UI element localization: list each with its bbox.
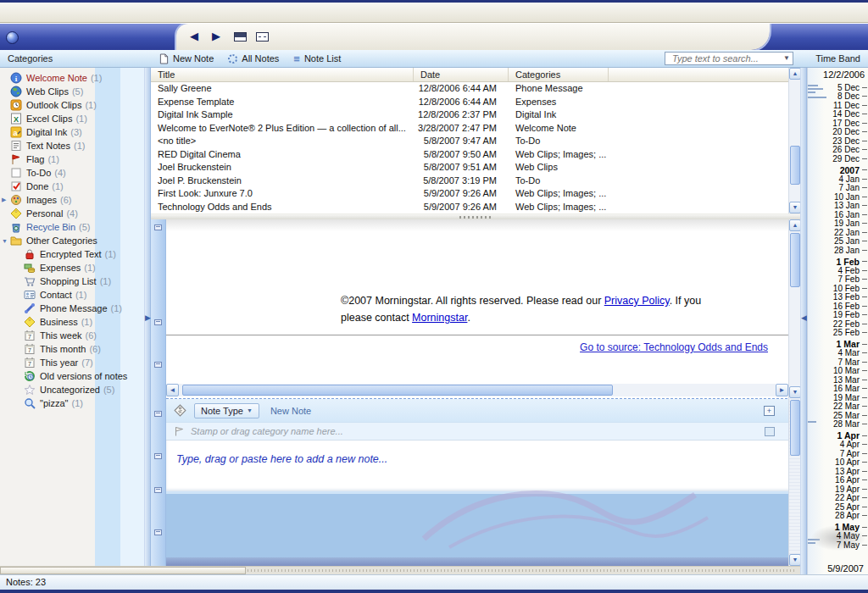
expander-icon[interactable]: ▶ xyxy=(2,197,10,203)
time-band-tick[interactable]: 28 Mar xyxy=(808,420,868,430)
time-band-tick[interactable]: 13 Apr xyxy=(808,467,868,476)
menu-item[interactable] xyxy=(80,9,98,16)
morningstar-link[interactable]: Morningstar xyxy=(412,312,467,324)
table-row[interactable]: Sally Greene 12/8/2006 6:44 AM Phone Mes… xyxy=(151,82,788,96)
note-boundary-icon[interactable] xyxy=(154,487,162,493)
sidebar-item-this-week[interactable]: This week (6) xyxy=(0,329,144,342)
sidebar-item-to-do[interactable]: To-Do (4) xyxy=(0,166,144,180)
time-band-tick[interactable]: 17 Dec xyxy=(808,119,868,128)
time-band-tick[interactable]: 4 Feb xyxy=(808,266,868,275)
column-header-title[interactable]: Title xyxy=(151,68,414,81)
table-row[interactable]: Technology Odds and Ends 5/9/2007 9:26 A… xyxy=(151,201,788,214)
time-band-tick[interactable]: 13 Feb xyxy=(808,293,868,302)
time-band-tick[interactable]: 14 Dec xyxy=(808,110,868,119)
time-band-tick[interactable]: 13 Mar xyxy=(808,375,868,385)
column-header-categories[interactable]: Categories xyxy=(509,68,609,81)
note-horizontal-scrollbar[interactable]: ◄ ► xyxy=(166,384,788,396)
scrollbar-thumb[interactable] xyxy=(790,146,800,185)
scroll-to-end-icon[interactable]: ▼ xyxy=(789,554,801,566)
note-list-scrollbar[interactable]: ▲ ▼ xyxy=(788,68,800,213)
time-band-tick[interactable]: 10 Feb xyxy=(808,284,868,293)
time-band-tick[interactable]: 22 Feb xyxy=(808,319,868,329)
note-boundary-icon[interactable] xyxy=(154,529,162,535)
sidebar-item-welcome-note[interactable]: Welcome Note (1) xyxy=(0,71,144,85)
time-band-tick[interactable]: 4 Apr xyxy=(808,441,868,450)
table-row[interactable]: First Look: Junxure 7.0 5/9/2007 9:26 AM… xyxy=(151,187,788,201)
time-band-tick[interactable]: 10 Mar xyxy=(808,367,868,376)
scroll-down-icon[interactable]: ▼ xyxy=(789,202,801,213)
column-header-date[interactable]: Date xyxy=(414,68,509,81)
scroll-right-icon[interactable]: ► xyxy=(776,384,788,396)
evernote-sphere-icon[interactable] xyxy=(6,31,19,44)
sidebar-item-contact[interactable]: Contact (1) xyxy=(0,288,144,302)
search-input[interactable] xyxy=(665,52,793,65)
table-row[interactable]: Joel P. Bruckenstein 5/8/2007 3:19 PM To… xyxy=(151,175,788,188)
time-band-tick[interactable]: 25 Feb xyxy=(808,329,868,338)
sidebar-item-this-year[interactable]: This year (7) xyxy=(0,356,144,369)
new-note-title[interactable]: New Note xyxy=(270,406,311,416)
menu-item[interactable] xyxy=(61,9,80,16)
sidebar-item-recycle-bin[interactable]: Recycle Bin (5) xyxy=(0,220,144,234)
time-band-tick[interactable]: 28 Jan xyxy=(808,246,868,255)
expander-icon[interactable]: ▼ xyxy=(2,238,10,244)
time-band-tick[interactable]: 19 Feb xyxy=(808,311,868,320)
note-boundary-icon[interactable] xyxy=(154,411,162,417)
time-band-tick[interactable]: 7 Mar xyxy=(808,357,868,367)
note-list-button[interactable]: ≡ Note List xyxy=(293,53,341,64)
sidebar-item-excel-clips[interactable]: Excel Clips (1) xyxy=(0,112,144,125)
time-band-tick[interactable]: 16 Apr xyxy=(808,476,868,485)
note-boundary-icon[interactable] xyxy=(154,362,162,368)
sidebar-item-done[interactable]: Done (1) xyxy=(0,180,144,193)
sidebar-item-shopping-list[interactable]: Shopping List (1) xyxy=(0,274,144,288)
scroll-up-icon[interactable]: ▲ xyxy=(789,219,801,231)
all-notes-button[interactable]: All Notes xyxy=(228,53,279,64)
forward-icon[interactable]: ▶ xyxy=(212,30,220,43)
note-type-button[interactable]: Note Type ▼ xyxy=(194,403,259,418)
time-band-tick[interactable]: 10 Apr xyxy=(808,458,868,468)
scrollbar-thumb[interactable] xyxy=(790,233,800,287)
time-band-tick[interactable]: 10 Jan xyxy=(808,192,868,202)
stamp-options-icon[interactable] xyxy=(765,427,775,436)
collapse-left-icon[interactable]: ◀ xyxy=(801,313,807,322)
tape-vertical-scrollbar[interactable]: ▼ xyxy=(788,398,800,566)
table-row[interactable]: Expense Template 12/8/2006 6:44 AM Expen… xyxy=(151,96,788,109)
single-view-icon[interactable] xyxy=(256,32,269,42)
sidebar-item-business[interactable]: Business (1) xyxy=(0,315,144,329)
sidebar-item-other-categories[interactable]: ▼ Other Categories xyxy=(0,234,144,247)
category-stamp-placeholder[interactable]: Stamp or drag category name here... xyxy=(191,426,343,436)
time-band-tick[interactable]: 16 Mar xyxy=(808,385,868,394)
table-row[interactable]: RED Digital Cinema 5/8/2007 9:50 AM Web … xyxy=(151,148,788,162)
time-band-tick[interactable]: 5 Dec xyxy=(808,83,868,92)
sidebar-item-web-clips[interactable]: Web Clips (5) xyxy=(0,85,144,98)
scrollbar-thumb[interactable] xyxy=(0,567,246,574)
scrollbar-thumb[interactable] xyxy=(182,385,613,396)
scroll-up-icon[interactable]: ▲ xyxy=(789,68,801,80)
time-band-tick[interactable]: 25 Apr xyxy=(808,502,868,512)
go-to-source-link[interactable]: Go to source: Technology Odds and Ends xyxy=(580,341,768,353)
time-band-tick[interactable]: 7 Apr xyxy=(808,449,868,458)
time-band-tick[interactable]: 4 Jan xyxy=(808,175,868,184)
timeband-splitter[interactable]: ◀ xyxy=(800,68,807,574)
table-row[interactable]: Digital Ink Sample 12/8/2006 2:37 PM Dig… xyxy=(151,108,788,122)
time-band-tick[interactable]: 23 Dec xyxy=(808,136,868,146)
note-boundary-icon[interactable] xyxy=(154,224,162,230)
menu-item[interactable] xyxy=(24,9,42,16)
sidebar-item-flag[interactable]: Flag (1) xyxy=(0,152,144,166)
note-boundary-icon[interactable] xyxy=(154,319,162,325)
table-row[interactable]: <no title> 5/8/2007 9:47 AM To-Do xyxy=(151,135,788,148)
sidebar-item-old-versions-of-notes[interactable]: Old versions of notes xyxy=(0,369,144,383)
sidebar-item-encrypted-text[interactable]: Encrypted Text (1) xyxy=(0,247,144,261)
time-band-tick[interactable]: 19 Jan xyxy=(808,219,868,229)
time-band-tick[interactable]: 26 Dec xyxy=(808,146,868,155)
scroll-down-icon[interactable]: ▼ xyxy=(789,386,801,398)
time-band-tick[interactable]: 28 Apr xyxy=(808,512,868,521)
menu-item[interactable] xyxy=(42,9,61,16)
table-row[interactable]: Joel Bruckenstein 5/8/2007 9:51 AM Web C… xyxy=(151,161,788,175)
table-row[interactable]: Welcome to EverNote® 2 Plus Edition — a … xyxy=(151,122,788,136)
sidebar-item-uncategorized[interactable]: Uncategorized (5) xyxy=(0,383,144,396)
sidebar-item-pizza[interactable]: "pizza" (1) xyxy=(0,396,144,410)
time-band-tick[interactable]: 1 Feb xyxy=(808,258,868,267)
time-band-tick[interactable]: 25 Jan xyxy=(808,237,868,247)
time-band-tick[interactable]: 2007 xyxy=(808,166,868,175)
time-band-tick[interactable]: 25 Mar xyxy=(808,411,868,420)
